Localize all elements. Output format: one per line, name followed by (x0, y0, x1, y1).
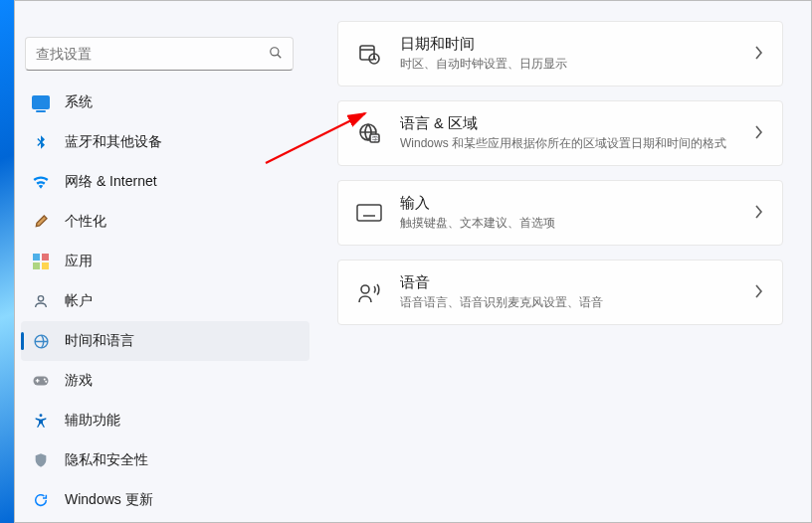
account-icon (31, 291, 51, 311)
tile-input[interactable]: 输入 触摸键盘、文本建议、首选项 (337, 180, 783, 246)
sidebar-item-label: 个性化 (65, 213, 106, 231)
globe-language-icon: 字 (356, 120, 382, 146)
search-icon (269, 46, 283, 63)
apps-icon (31, 252, 51, 271)
sidebar-item-windows-update[interactable]: Windows 更新 (21, 480, 309, 520)
chevron-right-icon (754, 46, 764, 63)
sidebar: 系统 蓝牙和其他设备 网络 & Internet 个性化 (15, 1, 315, 522)
sidebar-item-label: 游戏 (65, 372, 93, 390)
brush-icon (31, 212, 51, 232)
tile-subtitle: 语音语言、语音识别麦克风设置、语音 (400, 294, 754, 311)
sidebar-item-accounts[interactable]: 帐户 (21, 281, 309, 321)
svg-rect-12 (37, 379, 38, 383)
svg-text:字: 字 (372, 135, 378, 142)
chevron-right-icon (754, 205, 764, 222)
tile-speech[interactable]: 语音 语音语言、语音识别麦克风设置、语音 (337, 260, 783, 325)
sidebar-item-label: 辅助功能 (65, 412, 120, 430)
tile-subtitle: 时区、自动时钟设置、日历显示 (400, 56, 754, 73)
sidebar-item-label: 蓝牙和其他设备 (65, 133, 162, 151)
svg-rect-20 (357, 205, 381, 221)
sidebar-item-apps[interactable]: 应用 (21, 242, 309, 281)
tile-title: 语言 & 区域 (400, 114, 754, 133)
clock-globe-icon (31, 331, 51, 351)
gamepad-icon (31, 371, 51, 391)
svg-rect-3 (42, 254, 49, 261)
sidebar-item-system[interactable]: 系统 (21, 83, 309, 122)
search-input[interactable] (36, 46, 269, 62)
main-content: 日期和时间 时区、自动时钟设置、日历显示 字 语言 & 区域 Windows 和… (315, 1, 811, 522)
svg-rect-14 (360, 46, 374, 60)
svg-rect-5 (42, 262, 49, 269)
search-settings[interactable] (25, 37, 294, 71)
svg-point-13 (40, 414, 43, 417)
sidebar-item-network[interactable]: 网络 & Internet (21, 162, 309, 202)
sidebar-item-label: 网络 & Internet (65, 173, 157, 191)
settings-window: 系统 蓝牙和其他设备 网络 & Internet 个性化 (14, 0, 812, 523)
svg-point-9 (44, 379, 46, 381)
sidebar-item-personalize[interactable]: 个性化 (21, 202, 309, 242)
sidebar-item-time-language[interactable]: 时间和语言 (21, 321, 309, 361)
tile-subtitle: Windows 和某些应用根据你所在的区域设置日期和时间的格式 (400, 135, 754, 152)
accessibility-icon (31, 411, 51, 431)
sidebar-item-label: 时间和语言 (65, 332, 134, 350)
keyboard-icon (356, 200, 382, 226)
sidebar-item-label: Windows 更新 (65, 491, 153, 509)
tile-subtitle: 触摸键盘、文本建议、首选项 (400, 215, 754, 232)
sidebar-item-label: 帐户 (65, 292, 93, 310)
sidebar-item-privacy[interactable]: 隐私和安全性 (21, 440, 309, 480)
svg-rect-4 (33, 262, 40, 269)
tile-language-region[interactable]: 字 语言 & 区域 Windows 和某些应用根据你所在的区域设置日期和时间的格… (337, 100, 783, 166)
svg-line-1 (278, 54, 282, 58)
shield-icon (31, 450, 51, 470)
tile-title: 日期和时间 (400, 35, 754, 54)
chevron-right-icon (754, 125, 764, 142)
svg-point-6 (38, 296, 43, 301)
nav-list: 系统 蓝牙和其他设备 网络 & Internet 个性化 (15, 81, 315, 522)
svg-point-27 (361, 285, 369, 293)
sidebar-item-bluetooth[interactable]: 蓝牙和其他设备 (21, 122, 309, 162)
calendar-clock-icon (356, 41, 382, 67)
system-icon (31, 92, 51, 112)
tile-title: 输入 (400, 194, 754, 213)
sidebar-item-label: 隐私和安全性 (65, 451, 148, 469)
update-icon (31, 490, 51, 510)
sidebar-item-label: 系统 (65, 93, 93, 111)
speech-icon (356, 279, 382, 305)
tile-title: 语音 (400, 273, 754, 292)
wifi-icon (31, 172, 51, 192)
sidebar-item-accessibility[interactable]: 辅助功能 (21, 401, 309, 440)
sidebar-item-gaming[interactable]: 游戏 (21, 361, 309, 401)
svg-rect-2 (33, 254, 40, 261)
sidebar-item-label: 应用 (65, 253, 93, 270)
svg-point-0 (271, 47, 279, 55)
bluetooth-icon (31, 132, 51, 152)
chevron-right-icon (754, 284, 764, 301)
tile-date-time[interactable]: 日期和时间 时区、自动时钟设置、日历显示 (337, 21, 783, 87)
svg-point-10 (45, 381, 47, 383)
